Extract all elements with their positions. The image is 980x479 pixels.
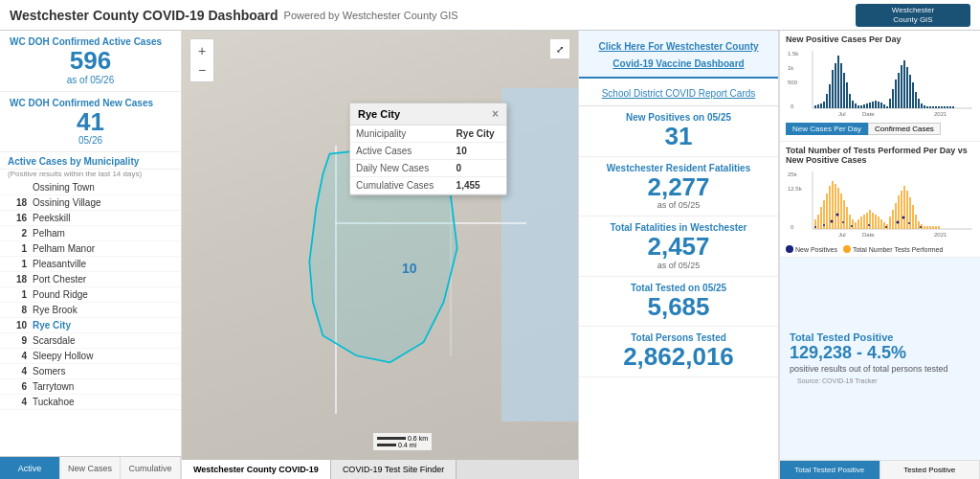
svg-rect-46: [918, 99, 920, 108]
header-logo: WestchesterCounty GIS: [856, 4, 970, 27]
left-tab-active[interactable]: Active: [0, 457, 60, 479]
svg-rect-86: [875, 215, 877, 229]
svg-rect-52: [935, 106, 937, 108]
chart1-tab-confirmed-cases[interactable]: Confirmed Cases: [868, 123, 941, 135]
legend-item: Total Number Tests Performed: [843, 245, 943, 253]
svg-point-118: [902, 217, 905, 219]
svg-rect-83: [866, 213, 868, 229]
svg-rect-45: [915, 92, 917, 108]
map-expand-button[interactable]: ⤢: [549, 38, 570, 59]
map-area[interactable]: 10 + − ⤢ Rye City × MunicipalityRye City…: [182, 31, 578, 479]
chart1-tabs: New Cases Per DayConfirmed Cases: [786, 123, 974, 135]
svg-point-111: [831, 220, 834, 223]
svg-rect-105: [929, 226, 931, 229]
svg-rect-27: [863, 104, 865, 108]
new-cases-date: 05/26: [10, 135, 171, 146]
svg-rect-85: [872, 213, 874, 229]
svg-rect-14: [826, 94, 828, 108]
list-item[interactable]: 1Pleasantville: [0, 257, 181, 272]
map-popup-title: Rye City: [358, 108, 400, 120]
total-tested-tab-tested-positive[interactable]: Tested Positive: [880, 460, 981, 479]
svg-text:Date: Date: [862, 232, 875, 238]
list-item[interactable]: 18Ossining Village: [0, 195, 181, 211]
map-tab-covid-19-test-site-finder[interactable]: COVID-19 Test Site Finder: [331, 460, 457, 479]
list-item[interactable]: 4Tuckahoe: [0, 395, 181, 410]
new-cases-box: WC DOH Confirmed New Cases 41 05/26: [0, 92, 181, 153]
list-item[interactable]: 1Pelham Manor: [0, 241, 181, 257]
middle-stat-item: Total Tested on 05/25 5,685: [579, 277, 778, 328]
svg-rect-17: [835, 63, 836, 108]
svg-rect-20: [843, 73, 845, 108]
middle-stat-item: Westchester Resident Fatalities 2,277 as…: [579, 157, 778, 217]
vaccine-dashboard-button[interactable]: Click Here For Westchester County Covid-…: [579, 31, 778, 79]
middle-panel: Click Here For Westchester County Covid-…: [578, 31, 779, 479]
list-item[interactable]: 4Sleepy Hollow: [0, 349, 181, 364]
svg-rect-30: [872, 102, 874, 108]
svg-rect-81: [860, 217, 862, 229]
svg-rect-58: [952, 106, 954, 108]
chart2-legend: New PositivesTotal Number Tests Performe…: [786, 245, 974, 253]
left-tab-cumulative[interactable]: Cumulative: [121, 457, 181, 479]
svg-rect-32: [878, 102, 880, 108]
map-popup-table: MunicipalityRye CityActive Cases10Daily …: [350, 125, 506, 194]
svg-rect-23: [852, 101, 854, 108]
total-tested-title: Total Tested Positive: [790, 331, 970, 343]
active-cases-date: as of 05/26: [10, 75, 171, 85]
map-tab-westchester-county-covid-19[interactable]: Westchester County COVID-19: [182, 460, 331, 479]
total-tested-tab-total-tested-positive[interactable]: Total Tested Positive: [780, 460, 880, 479]
svg-rect-91: [889, 217, 891, 229]
list-item[interactable]: 18Port Chester: [0, 272, 181, 287]
list-item[interactable]: 8Rye Brook: [0, 303, 181, 318]
list-item[interactable]: Ossining Town: [0, 180, 181, 195]
svg-rect-55: [944, 106, 946, 108]
new-cases-label: WC DOH Confirmed New Cases: [10, 98, 171, 108]
svg-text:Jul: Jul: [838, 111, 846, 117]
svg-rect-39: [898, 73, 900, 108]
chart1-section: New Positive Cases Per Day New Positive …: [780, 31, 980, 142]
map-popup-header: Rye City ×: [350, 103, 506, 125]
logo-text: WestchesterCounty GIS: [892, 6, 934, 24]
svg-rect-108: [938, 226, 940, 229]
map-toolbar[interactable]: + −: [189, 38, 214, 82]
municipality-title: Active Cases by Municipality: [0, 152, 181, 170]
header: Westchester County COVID-19 Dashboard Po…: [0, 0, 980, 31]
map-zoom-in-button[interactable]: +: [192, 41, 212, 60]
svg-rect-24: [855, 103, 857, 108]
svg-rect-72: [835, 184, 836, 229]
svg-rect-48: [924, 105, 925, 108]
svg-text:0: 0: [791, 103, 794, 109]
list-item[interactable]: 10Rye City: [0, 318, 181, 333]
left-tab-new-cases[interactable]: New Cases: [60, 457, 121, 479]
svg-point-112: [836, 214, 839, 217]
list-item[interactable]: 1Pound Ridge: [0, 287, 181, 303]
list-item[interactable]: 6Tarrytown: [0, 379, 181, 395]
svg-point-116: [885, 226, 887, 228]
svg-text:2021: 2021: [934, 111, 947, 117]
map-zoom-out-button[interactable]: −: [192, 60, 212, 80]
new-cases-value: 41: [10, 108, 171, 136]
list-item[interactable]: 2Pelham: [0, 226, 181, 241]
svg-rect-66: [817, 215, 819, 229]
list-item[interactable]: 4Somers: [0, 364, 181, 379]
map-active-count-label: 10: [402, 261, 417, 276]
svg-rect-43: [909, 75, 911, 108]
svg-point-115: [868, 224, 870, 226]
list-item[interactable]: 9Scarsdale: [0, 333, 181, 349]
svg-rect-99: [912, 205, 914, 229]
svg-text:1k: 1k: [788, 65, 794, 71]
main-layout: WC DOH Confirmed Active Cases 596 as of …: [0, 31, 980, 479]
chart1-tab-new-cases-per-day[interactable]: New Cases Per Day: [786, 123, 868, 135]
map-scale: 0.6 km 0.4 mi: [373, 433, 432, 450]
school-report-button[interactable]: School District COVID Report Cards: [579, 79, 778, 106]
list-item[interactable]: 16Peekskill: [0, 211, 181, 226]
svg-rect-104: [926, 226, 928, 229]
chart2-svg: 25k 12.5k 0: [786, 167, 975, 241]
svg-rect-70: [829, 186, 831, 229]
svg-rect-35: [886, 106, 888, 108]
svg-rect-11: [817, 104, 819, 108]
svg-rect-28: [866, 103, 868, 108]
map-popup-close-button[interactable]: ×: [492, 107, 499, 121]
svg-rect-69: [826, 194, 828, 229]
svg-rect-41: [903, 60, 905, 108]
svg-rect-44: [912, 82, 914, 108]
